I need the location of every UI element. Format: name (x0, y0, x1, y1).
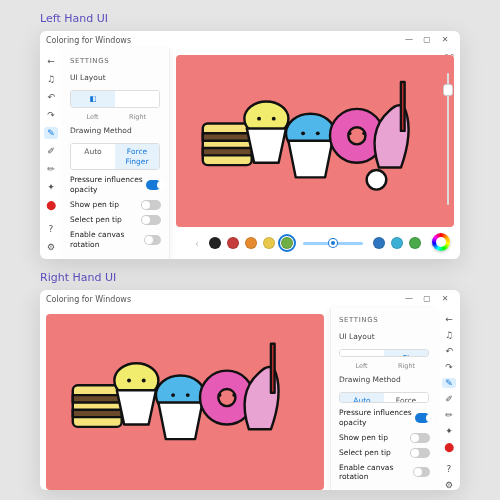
toggle-rotation[interactable]: Enable canvas rotation (339, 463, 430, 483)
swatch[interactable] (245, 237, 257, 249)
caption-right: Right Hand UI (40, 271, 500, 284)
minimize-button[interactable]: — (400, 31, 418, 49)
canvas[interactable] (46, 314, 324, 490)
brush-tool-icon[interactable]: ✎ (442, 378, 456, 388)
ui-layout-segmented[interactable]: ◧ (339, 349, 429, 357)
redo-icon[interactable]: ↷ (442, 362, 456, 372)
ui-layout-label: UI Layout (339, 332, 430, 342)
svg-point-28 (232, 393, 236, 397)
swatch-selected[interactable] (281, 237, 293, 249)
toggle-show-tip[interactable]: Show pen tip (70, 200, 161, 210)
brush-tool-icon[interactable]: ✎ (44, 127, 58, 139)
svg-point-8 (366, 170, 386, 190)
swatch[interactable] (391, 237, 403, 249)
brush-size-slider[interactable] (303, 242, 363, 245)
close-button[interactable]: ✕ (436, 290, 454, 308)
toggle-rotation-switch[interactable] (144, 235, 161, 245)
toggle-pressure-switch[interactable] (415, 413, 430, 423)
opacity-slider[interactable] (444, 73, 452, 205)
dropper-tool-icon[interactable]: ✦ (442, 426, 456, 436)
window-title: Coloring for Windows (46, 36, 131, 45)
settings-icon[interactable]: ⚙ (442, 480, 456, 490)
drawing-method-label: Drawing Method (339, 375, 430, 385)
minimize-button[interactable]: — (400, 290, 418, 308)
opacity-thumb[interactable] (443, 84, 453, 96)
svg-point-10 (271, 117, 275, 121)
svg-point-13 (347, 132, 351, 136)
swatch[interactable] (409, 237, 421, 249)
ui-layout-right-option[interactable]: ◧ (384, 350, 428, 356)
help-icon[interactable]: ? (442, 464, 456, 474)
canvas[interactable] (176, 55, 454, 227)
close-button[interactable]: ✕ (436, 31, 454, 49)
toggle-show-tip-label: Show pen tip (339, 433, 388, 443)
toggle-pressure[interactable]: Pressure influences opacity (70, 175, 161, 195)
svg-rect-2 (202, 148, 251, 155)
toggle-rotation-label: Enable canvas rotation (70, 230, 144, 250)
swatch[interactable] (373, 237, 385, 249)
swatch[interactable] (263, 237, 275, 249)
undo-icon[interactable]: ↶ (44, 91, 58, 103)
svg-point-11 (301, 132, 305, 136)
ui-layout-sublabels: Left Right (339, 362, 429, 370)
palette-tool-icon[interactable]: ⬤ (442, 442, 456, 452)
drawing-method-auto[interactable]: Auto (340, 393, 384, 402)
toggle-pressure-label: Pressure influences opacity (339, 408, 415, 428)
svg-point-26 (185, 393, 189, 397)
back-icon[interactable]: ← (44, 55, 58, 67)
canvas-area: ⛶ (170, 49, 460, 259)
toggle-select-tip-switch[interactable] (410, 448, 430, 458)
ui-layout-sublabels: Left Right (70, 113, 160, 121)
toggle-show-tip-switch[interactable] (141, 200, 161, 210)
palette-tool-icon[interactable]: ⬤ (44, 199, 58, 211)
settings-icon[interactable]: ⚙ (44, 241, 58, 253)
palette-prev[interactable]: ‹ (191, 238, 203, 249)
brush-size-knob[interactable] (329, 239, 337, 247)
settings-panel: SETTINGS UI Layout ◧ Left Right Drawing … (62, 49, 170, 259)
undo-icon[interactable]: ↶ (442, 346, 456, 356)
drawing-method-force-finger[interactable]: Force Finger (384, 393, 428, 402)
app-window-right: Coloring for Windows — ▢ ✕ (40, 290, 460, 490)
ui-layout-left-option[interactable] (340, 350, 384, 356)
redo-icon[interactable]: ↷ (44, 109, 58, 121)
ui-layout-left-option[interactable]: ◧ (71, 91, 115, 107)
toggle-select-tip-switch[interactable] (141, 215, 161, 225)
help-icon[interactable]: ? (44, 223, 58, 235)
toggle-select-tip-label: Select pen tip (339, 448, 391, 458)
settings-header: SETTINGS (339, 316, 430, 325)
swatch[interactable] (227, 237, 239, 249)
color-wheel-button[interactable] (432, 233, 450, 251)
drawing-method-segmented[interactable]: Auto Force Finger (70, 143, 160, 171)
pencil-tool-icon[interactable]: ✐ (442, 394, 456, 404)
drawing-method-auto[interactable]: Auto (71, 144, 115, 170)
marker-tool-icon[interactable]: ✏ (44, 163, 58, 175)
svg-point-23 (127, 378, 131, 382)
music-icon[interactable]: ♫ (44, 73, 58, 85)
drawing-method-force-finger[interactable]: Force Finger (115, 144, 159, 170)
maximize-button[interactable]: ▢ (418, 31, 436, 49)
toggle-pressure-switch[interactable] (146, 180, 161, 190)
ui-layout-right-label: Right (115, 113, 160, 121)
toggle-select-tip[interactable]: Select pen tip (70, 215, 161, 225)
drawing-method-segmented[interactable]: Auto Force Finger (339, 392, 429, 403)
maximize-button[interactable]: ▢ (418, 290, 436, 308)
ui-layout-right-option[interactable] (115, 91, 159, 107)
svg-point-24 (141, 378, 145, 382)
toggle-show-tip[interactable]: Show pen tip (339, 433, 430, 443)
toggle-show-tip-switch[interactable] (410, 433, 430, 443)
pencil-tool-icon[interactable]: ✐ (44, 145, 58, 157)
app-window-left: Coloring for Windows — ▢ ✕ ← ♫ ↶ ↷ ✎ ✐ ✏… (40, 31, 460, 259)
toggle-rotation-switch[interactable] (413, 467, 430, 477)
toggle-rotation[interactable]: Enable canvas rotation (70, 230, 161, 250)
window-title: Coloring for Windows (46, 295, 131, 304)
dropper-tool-icon[interactable]: ✦ (44, 181, 58, 193)
tool-column: ← ♫ ↶ ↷ ✎ ✐ ✏ ✦ ⬤ ? ⚙ (40, 49, 62, 259)
music-icon[interactable]: ♫ (442, 330, 456, 340)
drawing-method-label: Drawing Method (70, 126, 161, 136)
toggle-select-tip[interactable]: Select pen tip (339, 448, 430, 458)
toggle-pressure[interactable]: Pressure influences opacity (339, 408, 430, 428)
marker-tool-icon[interactable]: ✏ (442, 410, 456, 420)
swatch[interactable] (209, 237, 221, 249)
ui-layout-segmented[interactable]: ◧ (70, 90, 160, 108)
back-icon[interactable]: ← (442, 314, 456, 324)
